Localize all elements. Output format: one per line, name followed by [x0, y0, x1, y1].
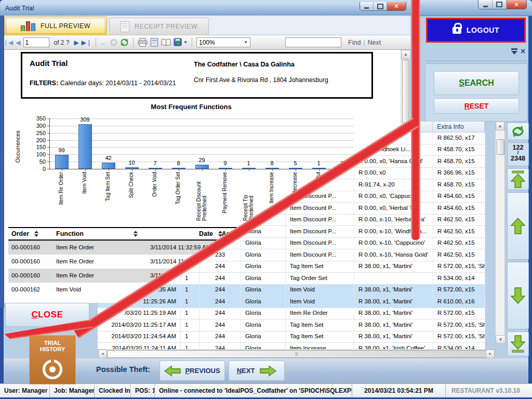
grid-header-extra-info[interactable]: Extra Info [433, 122, 485, 132]
report-cell: Item Re Order [56, 255, 141, 269]
tab-receipt-preview[interactable]: RECEIPT PREVIEW [109, 18, 209, 35]
bar-chart-icon [21, 21, 35, 31]
bar-value-label: 309 [74, 116, 97, 123]
refresh-button[interactable] [507, 123, 529, 140]
panel-divider [425, 61, 528, 61]
report-table: OrderFunctionDateAmount 00-000160Item Re… [8, 227, 246, 306]
print-icon[interactable] [138, 38, 148, 47]
export-button[interactable]: ▼ [174, 38, 188, 47]
store-name: The Codfather \ Casa Da Galinha [194, 61, 295, 68]
report-vscrollbar[interactable]: ▲ [401, 50, 410, 303]
bar-value-label: 10 [121, 159, 143, 166]
grid-cell: R 462.50, x15 [433, 226, 485, 237]
report-window-edge [0, 16, 4, 308]
last-page-button[interactable]: ▶❘ [82, 39, 91, 46]
grid-hscrollbar[interactable]: ◂ ||| ▸ [98, 349, 495, 358]
status-segment: Online - connected to 'IdealPOS_Codfathe… [155, 384, 352, 398]
find-next-button[interactable]: Next [368, 39, 381, 46]
back-button[interactable]: ← [100, 38, 108, 47]
main-close-button[interactable]: ✕ [507, 0, 526, 9]
report-page: ▲ Audit Trial FILTERS: Calendar days: 20… [4, 50, 410, 303]
page-setup-icon[interactable] [161, 38, 171, 47]
grid-row[interactable]: 2014/03/20 11:25:17 AM1244GloriaTag Item… [98, 320, 485, 331]
scroll-down-button[interactable] [507, 262, 529, 329]
first-page-button[interactable]: ❘◀ [3, 39, 13, 46]
grid-cell: 2014/03/20 11:24:54 AM [98, 331, 181, 343]
grid-cell: Item Re Order [286, 308, 354, 320]
counter-separator: / [508, 151, 528, 155]
jump-top-button[interactable] [507, 168, 529, 190]
report-header-function[interactable]: Function [56, 229, 141, 239]
arrow-left-icon [164, 365, 181, 377]
find-button[interactable]: Find [348, 39, 361, 46]
status-segment: Clocked In [95, 384, 131, 398]
grid-cell: R 366.96, x15 [433, 168, 485, 179]
report-cell [222, 283, 246, 306]
filters-label: FILTERS: [30, 79, 58, 87]
record-counter: 122 / 2348 [507, 142, 529, 166]
y-tick-label: 150 [28, 144, 46, 150]
chart-plot: 0501001502002503003509930942107829918513 [49, 118, 354, 169]
sort-icon[interactable] [34, 229, 38, 239]
grid-cell: 244 [200, 320, 241, 331]
previous-button[interactable]: PREVIOUS [159, 361, 225, 381]
grid-row[interactable]: 2014/03/20 11:24:54 AM1244GloriaTag Item… [98, 331, 485, 343]
grid-row[interactable]: /03/20 11:25:19 AM1244GloriaItem Re Orde… [98, 308, 485, 320]
report-cell: Item Re Order [56, 241, 141, 255]
find-input[interactable] [285, 37, 341, 47]
grid-cell: R 572.00, x15, 'Sh [433, 331, 485, 343]
search-button[interactable]: SEARCH [434, 71, 519, 95]
y-tick-label: 100 [28, 151, 46, 157]
trial-history-button[interactable]: TRIAL HISTORY [29, 335, 76, 384]
grid-cell: R 462.50, x15 [433, 238, 485, 249]
grid-cell: R 38.00, x1, 'Martini' [354, 308, 433, 320]
next-page-button[interactable]: ▶ [74, 39, 79, 46]
next-button[interactable]: NEXT [229, 361, 285, 381]
tab-full-preview[interactable]: FULL PREVIEW [4, 16, 107, 35]
window-edge-right [528, 0, 532, 399]
main-maximize-button[interactable] [493, 0, 507, 9]
grid-cell: R 572.00, x15 [433, 308, 485, 320]
trial-history-label-1: TRIAL [30, 340, 75, 346]
report-toolbar: ❘◀ ◀ of 2 ? ▶ ▶❘ ← ✕ [0, 35, 410, 50]
panel-close-icon[interactable]: × [521, 47, 525, 56]
bar-value-label: 1 [237, 160, 260, 166]
grid-cell: Gloria [241, 320, 286, 331]
grid-cell: R 572.00, x15, 'Sh [433, 261, 485, 273]
report-maximize-button[interactable] [374, 2, 387, 10]
report-header-order[interactable]: Order [8, 229, 56, 239]
report-header-box: Audit Trial FILTERS: Calendar days: 2014… [21, 52, 373, 99]
refresh-report-icon[interactable] [120, 38, 129, 47]
panel-collapse-icon[interactable] [511, 48, 518, 58]
logout-button[interactable]: LOGOUT [426, 18, 526, 43]
stop-button[interactable]: ✕ [110, 39, 117, 46]
scroll-up-button[interactable] [507, 192, 529, 260]
report-minimize-button[interactable] [360, 2, 374, 10]
close-label: CLOSE [31, 310, 63, 320]
grid-cell: 1 [181, 331, 200, 343]
main-minimize-button[interactable] [478, 0, 493, 9]
bar-value-label: 5 [284, 160, 307, 166]
report-cell [222, 255, 246, 269]
grid-vscrollbar[interactable]: ▲ ▼ [495, 121, 505, 344]
report-title: Audit Trial [30, 59, 68, 68]
report-cell: 00-000160 [8, 269, 56, 283]
bar-value-label: 42 [97, 155, 120, 161]
bar-value-label: 8 [261, 160, 284, 166]
lock-icon [453, 27, 461, 34]
report-header-date[interactable]: Date [141, 229, 222, 239]
refresh-icon [511, 125, 525, 138]
reset-button[interactable]: RESET [434, 98, 519, 114]
sort-icon[interactable] [134, 229, 138, 239]
prev-page-button[interactable]: ◀ [16, 39, 20, 46]
possible-theft-label: Possible Theft: [96, 365, 150, 374]
jump-bottom-button[interactable] [507, 331, 529, 356]
previous-label: PREVIOUS [185, 367, 220, 375]
page-number-input[interactable] [23, 37, 49, 47]
report-window: Audit Trial ✕ FULL PREVIEW RECEIPT PREVI… [0, 0, 410, 308]
filters-value: Calendar days: 2014/03/11 - 2014/03/21 [60, 79, 176, 87]
report-close-button[interactable]: ✕ [387, 2, 406, 10]
print-layout-icon[interactable] [150, 38, 158, 47]
logout-label: LOGOUT [467, 26, 499, 34]
zoom-select[interactable]: 100% ▼ [196, 37, 250, 47]
